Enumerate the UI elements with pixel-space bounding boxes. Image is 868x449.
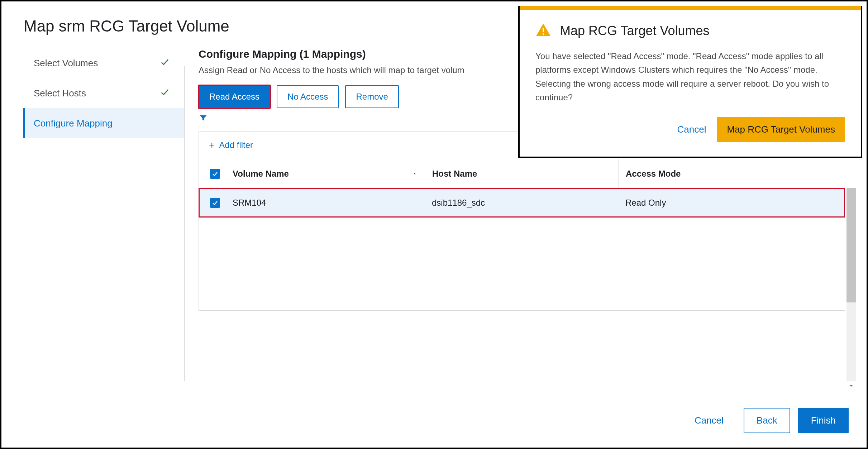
step-select-hosts[interactable]: Select Hosts (34, 78, 184, 108)
cell-volume: SRM104 (231, 198, 425, 208)
back-button[interactable]: Back (744, 408, 790, 433)
select-all-cell[interactable] (199, 169, 231, 179)
add-filter-label: Add filter (219, 140, 253, 150)
wizard-steps-sidebar: Select Volumes Select Hosts Configure Ma… (1, 48, 184, 311)
scroll-down-icon[interactable] (846, 381, 856, 391)
cell-mode: Read Only (618, 188, 845, 217)
table-header-row: Volume Name Host Name Access Mode (199, 159, 845, 188)
mappings-table: + Add filter Clear Volume Name (199, 131, 845, 311)
column-header-volume[interactable]: Volume Name (231, 169, 425, 179)
column-label: Access Mode (626, 169, 681, 179)
check-icon (160, 87, 170, 100)
dialog-actions: Cancel Map RCG Target Volumes (535, 117, 845, 142)
column-header-mode[interactable]: Access Mode (618, 159, 845, 188)
scrollbar-thumb[interactable] (846, 188, 856, 302)
plus-icon: + (209, 139, 215, 151)
row-select-cell[interactable] (199, 198, 231, 208)
warning-icon (535, 22, 551, 39)
scrollbar-track[interactable] (846, 188, 856, 381)
dialog-accent-bar (520, 6, 861, 10)
column-label: Host Name (432, 169, 477, 179)
svg-rect-1 (543, 33, 544, 35)
dialog-title: Map RCG Target Volumes (560, 23, 710, 38)
cancel-button[interactable]: Cancel (682, 409, 736, 433)
dialog-cancel-button[interactable]: Cancel (677, 124, 706, 135)
dialog-header: Map RCG Target Volumes (535, 22, 845, 39)
read-access-button[interactable]: Read Access (199, 85, 270, 108)
step-configure-mapping[interactable]: Configure Mapping (23, 108, 184, 138)
dialog-confirm-button[interactable]: Map RCG Target Volumes (717, 117, 845, 142)
svg-rect-0 (543, 28, 544, 32)
step-label: Select Volumes (34, 58, 98, 69)
wizard-footer: Cancel Back Finish (682, 408, 849, 433)
finish-button[interactable]: Finish (798, 408, 849, 433)
confirmation-dialog: Map RCG Target Volumes You have selected… (518, 6, 862, 158)
remove-button[interactable]: Remove (345, 85, 399, 108)
no-access-button[interactable]: No Access (277, 85, 339, 108)
step-label: Configure Mapping (34, 118, 113, 129)
dialog-body: Map RCG Target Volumes You have selected… (520, 10, 861, 157)
cell-host: dsib1186_sdc (425, 188, 618, 217)
check-icon (160, 57, 170, 70)
column-label: Volume Name (233, 169, 289, 179)
sort-asc-icon (412, 169, 418, 179)
add-filter-button[interactable]: + Add filter (209, 139, 253, 151)
app-frame: Map srm RCG Target Volume Select Volumes… (0, 0, 868, 449)
select-all-checkbox[interactable] (210, 169, 220, 179)
row-checkbox[interactable] (210, 198, 220, 208)
dialog-text: You have selected "Read Access" mode. "R… (535, 49, 845, 105)
divider-vertical (184, 66, 185, 381)
table-empty-space (199, 217, 845, 310)
column-header-host[interactable]: Host Name (425, 159, 618, 188)
table-row[interactable]: SRM104 dsib1186_sdc Read Only (199, 188, 845, 217)
step-label: Select Hosts (34, 88, 86, 99)
step-select-volumes[interactable]: Select Volumes (34, 48, 184, 78)
